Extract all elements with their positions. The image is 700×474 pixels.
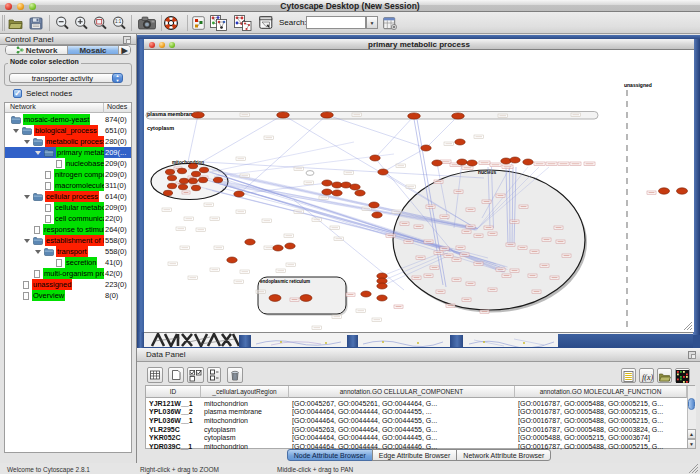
- svg-text:endoplasmic reticulum: endoplasmic reticulum: [260, 279, 310, 284]
- svg-text:nucleus: nucleus: [478, 170, 496, 175]
- svg-text:f(x): f(x): [642, 373, 653, 382]
- svg-text:unassigned: unassigned: [624, 82, 652, 88]
- svg-text:1:1: 1:1: [115, 19, 122, 24]
- svg-text:cytoplasm: cytoplasm: [147, 125, 174, 131]
- svg-text:plasma membrane: plasma membrane: [147, 111, 195, 117]
